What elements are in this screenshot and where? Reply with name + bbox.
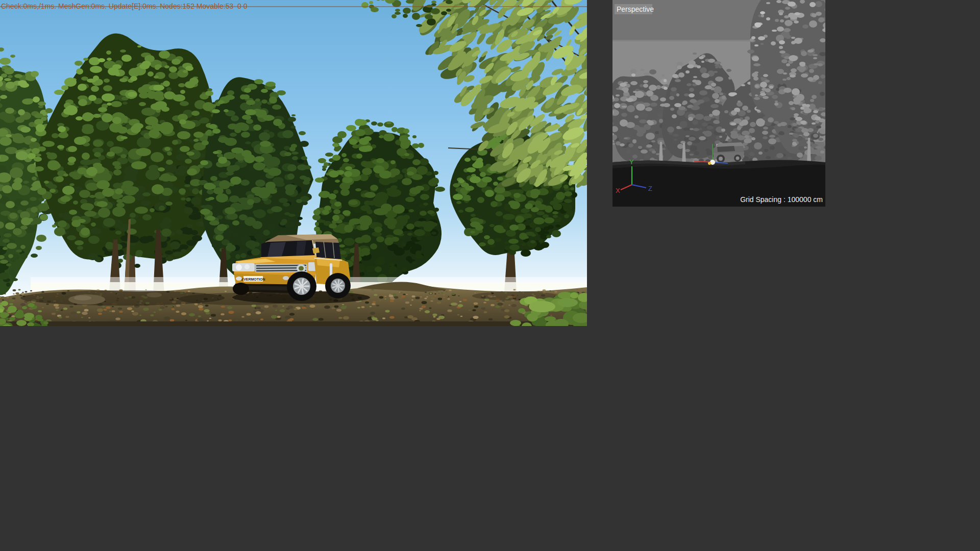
- svg-text:X: X: [616, 187, 620, 194]
- svg-text:Perspective: Perspective: [617, 5, 654, 13]
- svg-text:Y: Y: [629, 158, 634, 166]
- svg-text:Check:0ms,/1ms. MeshGen:0ms. U: Check:0ms,/1ms. MeshGen:0ms. Update[E]:0…: [1, 2, 248, 10]
- svg-text:EVERMOTION: EVERMOTION: [241, 278, 265, 281]
- svg-text:Grid Spacing : 100000 cm: Grid Spacing : 100000 cm: [740, 195, 823, 204]
- svg-text:Z: Z: [648, 185, 652, 192]
